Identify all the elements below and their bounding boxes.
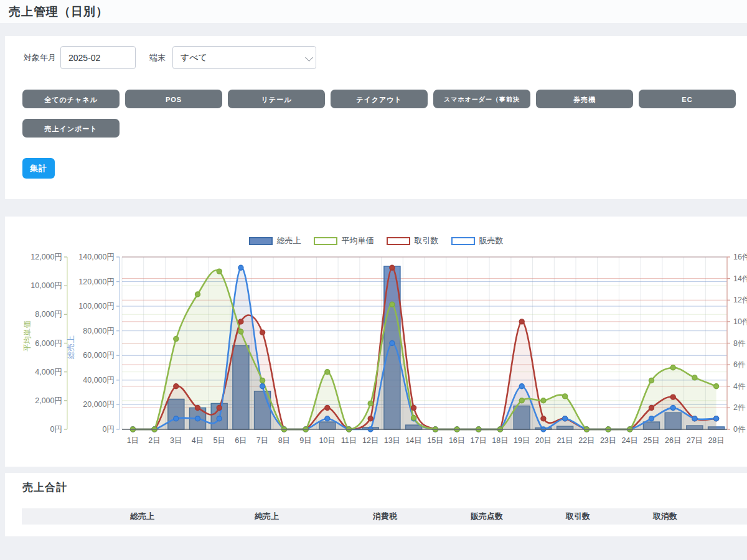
period-input[interactable] bbox=[60, 46, 136, 69]
svg-text:14件: 14件 bbox=[733, 274, 747, 283]
channel-button-sales-import[interactable]: 売上インポート bbox=[22, 119, 120, 138]
summary-heading: 売上合計 bbox=[22, 480, 67, 495]
svg-text:4件: 4件 bbox=[733, 382, 746, 391]
svg-text:12,000円: 12,000円 bbox=[31, 253, 62, 261]
svg-text:19日: 19日 bbox=[514, 436, 530, 445]
summary-col-avg-transaction: 取引単価 bbox=[686, 508, 747, 525]
svg-text:11日: 11日 bbox=[341, 436, 357, 445]
channel-button-ec[interactable]: EC bbox=[639, 90, 736, 108]
svg-text:8件: 8件 bbox=[733, 339, 746, 348]
svg-text:140,000円: 140,000円 bbox=[78, 253, 115, 261]
svg-text:4日: 4日 bbox=[192, 436, 204, 445]
svg-text:7日: 7日 bbox=[256, 436, 268, 445]
svg-text:5日: 5日 bbox=[213, 436, 225, 445]
svg-text:10,000円: 10,000円 bbox=[31, 281, 62, 290]
summary-table-header: 総売上 純売上 消費税 販売点数 取引数 取消数 取引単価 bbox=[22, 508, 747, 525]
svg-text:0円: 0円 bbox=[103, 425, 115, 434]
svg-text:60,000円: 60,000円 bbox=[83, 351, 115, 360]
channel-button-retail[interactable]: リテール bbox=[228, 90, 325, 108]
svg-text:20日: 20日 bbox=[535, 436, 552, 445]
svg-text:0件: 0件 bbox=[733, 425, 746, 434]
title-bar: 売上管理（日別） bbox=[0, 0, 747, 23]
svg-text:2件: 2件 bbox=[733, 403, 746, 412]
chart-card: 総売上 平均単価 取引数 販売数 0円2,000円4,000円6,000円8,0… bbox=[5, 217, 747, 467]
svg-text:120,000円: 120,000円 bbox=[78, 278, 115, 286]
channel-button-takeout[interactable]: テイクアウト bbox=[331, 90, 428, 108]
svg-text:26日: 26日 bbox=[665, 436, 681, 445]
page-title: 売上管理（日別） bbox=[9, 4, 108, 20]
chart-svg: 0円2,000円4,000円6,000円8,000円10,000円12,000円… bbox=[5, 217, 747, 467]
filter-row: 対象年月 端末 すべて bbox=[5, 46, 747, 69]
svg-text:9日: 9日 bbox=[299, 436, 311, 445]
filters-card: 対象年月 端末 すべて 全てのチャネル POS リテール テイクアウト スマホオ… bbox=[5, 36, 747, 199]
svg-text:8日: 8日 bbox=[278, 436, 290, 445]
svg-text:21日: 21日 bbox=[557, 436, 573, 445]
svg-text:24日: 24日 bbox=[622, 436, 638, 445]
svg-text:27日: 27日 bbox=[687, 436, 703, 445]
svg-text:100,000円: 100,000円 bbox=[78, 302, 115, 310]
axis-title-total-sales: 総売上 bbox=[67, 335, 75, 360]
terminal-select[interactable]: すべて bbox=[172, 46, 316, 69]
summary-col-transactions: 取引数 bbox=[512, 508, 599, 525]
svg-text:25日: 25日 bbox=[643, 436, 659, 445]
svg-text:2,000円: 2,000円 bbox=[35, 396, 62, 405]
svg-text:4,000円: 4,000円 bbox=[35, 368, 62, 376]
svg-text:2日: 2日 bbox=[148, 436, 160, 445]
summary-col-items-sold: 販売点数 bbox=[406, 508, 512, 525]
svg-text:17日: 17日 bbox=[471, 436, 487, 445]
svg-text:40,000円: 40,000円 bbox=[83, 376, 115, 385]
svg-text:12日: 12日 bbox=[362, 436, 378, 445]
svg-text:10日: 10日 bbox=[319, 436, 336, 445]
svg-text:6日: 6日 bbox=[235, 436, 247, 445]
daily-sales-chart: 0円2,000円4,000円6,000円8,000円10,000円12,000円… bbox=[5, 217, 747, 467]
aggregate-button[interactable]: 集計 bbox=[22, 158, 55, 179]
svg-text:12件: 12件 bbox=[733, 296, 747, 304]
svg-text:16件: 16件 bbox=[733, 253, 747, 261]
svg-text:1日: 1日 bbox=[127, 436, 139, 445]
period-label: 対象年月 bbox=[24, 52, 56, 63]
summary-col-cancellations: 取消数 bbox=[599, 508, 686, 525]
svg-text:13日: 13日 bbox=[384, 436, 400, 445]
svg-text:0円: 0円 bbox=[50, 425, 62, 434]
svg-text:23日: 23日 bbox=[600, 436, 616, 445]
svg-text:20,000円: 20,000円 bbox=[83, 400, 115, 409]
summary-col-total-sales: 総売上 bbox=[96, 508, 163, 525]
svg-text:14日: 14日 bbox=[405, 436, 421, 445]
summary-col-empty bbox=[22, 508, 96, 525]
channel-button-all[interactable]: 全てのチャネル bbox=[22, 90, 120, 108]
channel-button-ticket-machine[interactable]: 券売機 bbox=[536, 90, 633, 108]
svg-text:22日: 22日 bbox=[578, 436, 594, 445]
axis-title-avg-price: 平均単価 bbox=[23, 320, 32, 352]
svg-text:10件: 10件 bbox=[733, 317, 747, 326]
channel-button-pos[interactable]: POS bbox=[125, 90, 222, 108]
sales-daily-page: { "page": { "title": "売上管理（日別）" }, "filt… bbox=[0, 0, 747, 560]
svg-text:80,000円: 80,000円 bbox=[83, 327, 115, 335]
svg-text:28日: 28日 bbox=[708, 436, 724, 445]
summary-col-tax: 消費税 bbox=[288, 508, 406, 525]
terminal-label: 端末 bbox=[149, 52, 166, 63]
svg-text:8,000円: 8,000円 bbox=[35, 310, 62, 319]
summary-card: 売上合計 総売上 純売上 消費税 販売点数 取引数 取消数 取引単価 bbox=[5, 473, 747, 536]
svg-text:6,000円: 6,000円 bbox=[35, 339, 62, 348]
channel-button-mobile-order[interactable]: スマホオーダー（事前決済） bbox=[433, 90, 530, 108]
svg-text:15日: 15日 bbox=[427, 436, 443, 445]
svg-text:6件: 6件 bbox=[733, 360, 746, 369]
svg-text:16日: 16日 bbox=[449, 436, 465, 445]
summary-col-net-sales: 純売上 bbox=[163, 508, 288, 525]
svg-text:3日: 3日 bbox=[170, 436, 182, 445]
svg-text:18日: 18日 bbox=[492, 436, 508, 445]
